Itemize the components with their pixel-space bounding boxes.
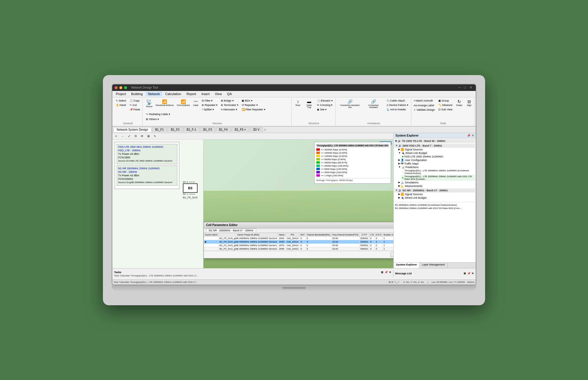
tab-b1f1[interactable]: B1_F1 bbox=[152, 127, 167, 132]
cable-attach-button[interactable]: 📎 Cable Attach bbox=[385, 99, 410, 103]
cell-1-8[interactable]: 2 bbox=[375, 240, 382, 243]
se-tab-system-explorer[interactable]: System Explorer bbox=[394, 263, 420, 268]
se-tree[interactable]: ▶ 🔊 TD 2300 TD-LTE - Band 40 - 20MHz ▼ 🔊… bbox=[394, 138, 476, 262]
cell-0-1[interactable]: 2630 bbox=[278, 236, 286, 240]
bs-box[interactable]: BS bbox=[183, 183, 198, 193]
cell-0-9[interactable]: 1 bbox=[382, 236, 393, 240]
se-traffic-maps[interactable]: ▶ 🗺 Traffic Maps bbox=[398, 162, 475, 165]
cell-3-1[interactable]: 2650 bbox=[278, 247, 286, 250]
cable-tray-button[interactable]: ▬ Cable Tray bbox=[303, 99, 315, 109]
cell-3-5[interactable]: 20.00 bbox=[331, 247, 359, 250]
group-button[interactable]: ▣ Group bbox=[437, 99, 454, 103]
cell-1-7[interactable]: 0 bbox=[369, 240, 375, 243]
radiating-cable-button[interactable]: 〜 Radiating Cable ▾ bbox=[144, 112, 172, 117]
se-section-fdd2600[interactable]: ▼ 🔊 2600 FDD-LTE - Band 7 - 20MHz bbox=[394, 144, 475, 148]
cell-1-2[interactable]: Cell_10414 bbox=[285, 240, 299, 243]
cell-1-0[interactable]: B1_F5_Src5_gNB 2600MHz 20MHz 2x2MIMO Sec… bbox=[218, 240, 278, 243]
cell-2-0[interactable]: B1_F2_Src5_gNB 2600MHz 20MHz 2x2MIMO Sec… bbox=[218, 243, 278, 247]
se-measurements[interactable]: ▶ 📐 Measurements bbox=[398, 184, 475, 188]
sub-view-button[interactable]: ⊡ Sub View bbox=[437, 107, 454, 112]
cell-1-3[interactable]: 0 bbox=[300, 240, 306, 243]
status-icon-1[interactable]: ⊞ bbox=[389, 281, 391, 283]
tasks-close-icon[interactable]: ✕ bbox=[389, 271, 391, 274]
pointer-button[interactable]: ↖ bbox=[152, 133, 158, 139]
msg-float-icon[interactable]: ⊞ bbox=[464, 272, 466, 275]
cell-1-9[interactable]: 1 bbox=[382, 240, 393, 243]
se-user-config[interactable]: ▶ 👤 User Configuration bbox=[398, 158, 475, 162]
cell-table-wrapper[interactable]: Source Name Carrier Freque ID (MHz) Name… bbox=[204, 233, 393, 251]
menu-insert[interactable]: Insert bbox=[199, 92, 212, 96]
right-canvas[interactable]: Network Throughput(DL) - LTE 2600MHz 20M… bbox=[203, 140, 393, 268]
se-pred-dss[interactable]: ● Throughput(DL) - LTE 2600MHz 20MHz 2x2… bbox=[401, 175, 475, 181]
se-5g-wired-link-budget[interactable]: ▶ 🔌 Wired Link Budget bbox=[398, 196, 475, 200]
menu-network[interactable]: Network bbox=[146, 92, 162, 96]
connection-assistant-button[interactable]: 🔗 Network Design Tool Connection Assista… bbox=[363, 99, 384, 109]
se-predictions[interactable]: ▼ 📊 Predictions bbox=[398, 165, 475, 169]
se-wired-link-budget[interactable]: ▼ 🔌 Wired Link Budget bbox=[398, 151, 475, 155]
cell-0-4[interactable]: 0 bbox=[306, 236, 331, 240]
table-row[interactable]: B1_F5_Src5_gNB 2600MHz 20MHz 2x2MIMO Sec… bbox=[204, 236, 394, 240]
minimize-dot[interactable] bbox=[119, 86, 122, 89]
cell-3-8[interactable]: 2 bbox=[375, 247, 382, 250]
cell-1-1[interactable]: 2630 bbox=[278, 240, 286, 243]
maximize-dot[interactable] bbox=[124, 86, 127, 89]
zoom-out-button[interactable]: - bbox=[120, 133, 125, 139]
cell-2-4[interactable]: 0 bbox=[306, 243, 331, 247]
directional-antenna-button[interactable]: 📶 Directional Antenna bbox=[154, 99, 175, 107]
tab-b1f-1[interactable]: B1_F-1 bbox=[183, 127, 200, 132]
cell-3-4[interactable]: 0 bbox=[306, 247, 331, 250]
filter-button[interactable]: ⊟ Filter ▾ bbox=[200, 99, 219, 103]
cable-button[interactable]: 〰 Cable bbox=[192, 99, 200, 107]
restore-button[interactable]: □ bbox=[463, 86, 467, 89]
paste-button[interactable]: 📌 Paste bbox=[128, 107, 142, 112]
se-section-5gnr[interactable]: ▼ 🔊 5G NR - 2600MHz - Band n7 - 20MHz bbox=[394, 188, 475, 193]
cell-2-2[interactable]: Cell_10414 bbox=[285, 243, 299, 247]
select-all-button[interactable]: ⊞ bbox=[146, 133, 151, 139]
match-azimuth-button[interactable]: ⌖ Match Azimuth bbox=[412, 99, 436, 103]
cell-0-3[interactable]: 0 bbox=[300, 236, 306, 240]
fiber-repeater-button[interactable]: 🔁 >= 200000 Kbps (0.00%) Fiber Repeater … bbox=[240, 107, 267, 112]
cell-editor-active-tab[interactable]: 5G NR - 2600MHz - Band n7 - 20MHz bbox=[206, 228, 256, 232]
se-fdd-2x2mimo[interactable]: ■ FDD-LTE 2600 20MHz 2x2MIMO bbox=[401, 155, 475, 158]
crossing-button[interactable]: ✕ Crossing ▾ bbox=[315, 103, 334, 107]
menu-project[interactable]: Project bbox=[113, 92, 128, 96]
se-pin-icon[interactable]: 📌 bbox=[467, 134, 470, 137]
validate-design-button[interactable]: ✓ Validate Design bbox=[412, 108, 436, 112]
table-row[interactable]: ▶B1_F5_Src5_gNB 2600MHz 20MHz 2x2MIMO Se… bbox=[204, 240, 394, 243]
cell-2-7[interactable]: 0 bbox=[369, 243, 375, 247]
zoom-in-button[interactable]: + bbox=[113, 133, 119, 139]
table-row[interactable]: B1_F2_Src5_gNB 2600MHz 20MHz 2x2MIMO Sec… bbox=[204, 243, 394, 247]
bda-button[interactable]: ▣ BDA ▾ bbox=[240, 99, 267, 103]
tab-network-system-design[interactable]: Network System Design bbox=[113, 127, 151, 132]
cell-0-2[interactable]: Cell_10414 bbox=[285, 236, 299, 240]
se-section-td2300[interactable]: ▶ 🔊 TD 2300 TD-LTE - Band 40 - 20MHz bbox=[394, 139, 475, 143]
connection-assistant-lite-button[interactable]: 🔗 Connection Assistant Lite bbox=[338, 99, 363, 109]
status-icon-3[interactable]: 🔍 bbox=[394, 281, 397, 283]
fit-button[interactable]: ⤢ bbox=[126, 133, 132, 139]
cell-2-6[interactable]: 534001 bbox=[359, 243, 369, 247]
source-button[interactable]: 📡 Source bbox=[144, 99, 154, 108]
terminator-button[interactable]: ⊗ Terminator ▾ bbox=[219, 103, 240, 107]
rotate-button[interactable]: ↻ Rotate bbox=[455, 99, 464, 107]
tab-3d[interactable]: 3D V bbox=[250, 127, 263, 132]
tab-b1f4[interactable]: B1_F4 bbox=[216, 127, 231, 132]
menu-building[interactable]: Building bbox=[129, 92, 145, 96]
menu-qa[interactable]: QA bbox=[225, 92, 234, 96]
redo-button[interactable]: ⟳ bbox=[139, 133, 145, 139]
cell-1-4[interactable]: 0 bbox=[306, 240, 331, 243]
device-failure-button[interactable]: ⚠ Device Failure ▾ bbox=[385, 103, 410, 107]
align-button[interactable]: ⊟ Align bbox=[465, 99, 474, 107]
elevator-button[interactable]: ⬜ Elevator ▾ bbox=[315, 99, 334, 103]
se-bottom-item-0[interactable]: 5G 2600MHz 20MHz 2x2MIMO [Combined Outdo… bbox=[394, 203, 475, 207]
se-tab-layer-management[interactable]: Layer Management bbox=[420, 263, 447, 268]
tab-scroll-right[interactable]: › bbox=[265, 128, 266, 131]
measure-button[interactable]: 📏 Measure bbox=[437, 103, 454, 107]
tasks-pin-icon[interactable]: 📌 bbox=[385, 271, 388, 274]
msg-close-icon[interactable]: ✕ bbox=[472, 272, 474, 275]
cell-3-6[interactable]: 530001 bbox=[359, 247, 369, 250]
cell-3-3[interactable]: 0 bbox=[300, 247, 306, 250]
select-button[interactable]: ↖ Select bbox=[114, 99, 128, 103]
se-5g-signal-sources[interactable]: ▶ 📶 Signal Sources bbox=[398, 193, 475, 196]
cell-3-9[interactable]: 1 bbox=[382, 247, 393, 250]
splitter-button[interactable]: ⑂ Splitter ▾ bbox=[200, 107, 219, 112]
